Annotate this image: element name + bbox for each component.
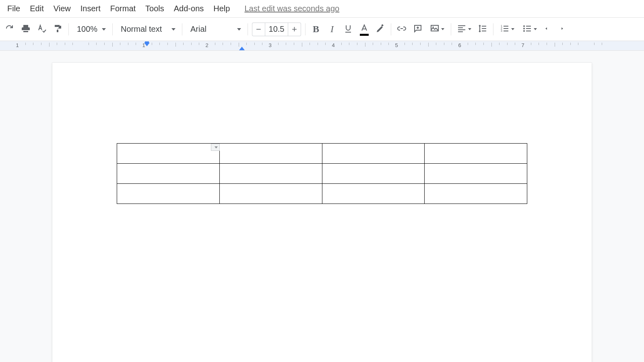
spellcheck-button[interactable]: [34, 21, 50, 37]
table-cell[interactable]: [425, 164, 527, 184]
menu-view[interactable]: View: [49, 2, 76, 16]
table-cell[interactable]: [219, 184, 322, 204]
ruler-tick: [175, 43, 176, 47]
font-size-decrease-button[interactable]: −: [252, 23, 265, 36]
menu-edit[interactable]: Edit: [25, 2, 48, 16]
ruler-tick: [57, 43, 57, 45]
ruler-number: 7: [521, 42, 524, 48]
table-cell[interactable]: [117, 184, 220, 204]
cell-options-button[interactable]: [211, 144, 220, 151]
font-size-increase-button[interactable]: +: [288, 23, 301, 36]
table-cell[interactable]: [322, 144, 425, 164]
ruler-tick: [436, 43, 436, 45]
ruler-tick: [578, 43, 578, 45]
menu-help[interactable]: Help: [208, 2, 235, 16]
line-spacing-button[interactable]: [475, 21, 491, 37]
zoom-select[interactable]: 100%: [71, 21, 110, 37]
ruler-tick: [562, 43, 563, 45]
table-cell[interactable]: [117, 144, 220, 164]
toolbar-separator: [451, 23, 451, 35]
paragraph-style-select[interactable]: Normal text: [115, 21, 180, 37]
table-cell[interactable]: [322, 164, 425, 184]
ruler-tick: [373, 43, 373, 45]
last-edit-status[interactable]: Last edit was seconds ago: [244, 4, 339, 13]
ruler-tick: [381, 43, 381, 45]
table-row: [117, 164, 527, 184]
table-cell[interactable]: [322, 184, 425, 204]
ruler-number: 1: [16, 42, 19, 48]
image-icon: [430, 24, 440, 35]
spellcheck-icon: [37, 24, 47, 35]
italic-icon: I: [330, 24, 334, 35]
ruler-tick: [96, 43, 97, 45]
italic-button[interactable]: I: [324, 21, 340, 37]
svg-point-7: [523, 30, 525, 32]
bold-button[interactable]: B: [308, 21, 324, 37]
table-cell[interactable]: [425, 184, 527, 204]
plus-icon: +: [292, 24, 297, 35]
ruler-tick: [507, 43, 508, 45]
ruler-number: 4: [332, 42, 334, 48]
ruler-tick: [539, 43, 539, 45]
document-page[interactable]: [52, 63, 592, 362]
ruler-tick: [104, 43, 105, 45]
ruler-tick: [428, 43, 429, 47]
increase-indent-button[interactable]: [557, 21, 573, 37]
align-button[interactable]: [454, 21, 475, 37]
numbered-list-icon: 123: [500, 24, 510, 35]
menu-addons[interactable]: Add-ons: [169, 2, 209, 16]
chevron-down-icon: [102, 28, 106, 31]
menu-tools[interactable]: Tools: [140, 2, 169, 16]
ruler-number: 2: [205, 42, 208, 48]
toolbar-separator: [68, 23, 69, 35]
ruler-tick: [41, 43, 41, 45]
text-color-button[interactable]: [356, 21, 372, 37]
text-color-swatch: [360, 34, 369, 36]
ruler-number: 6: [458, 42, 461, 48]
ruler-tick: [33, 43, 33, 45]
add-comment-button[interactable]: [410, 21, 426, 37]
ruler-tick: [325, 43, 326, 45]
print-icon: [21, 24, 31, 35]
print-button[interactable]: [18, 21, 34, 37]
menu-format[interactable]: Format: [105, 2, 140, 16]
table-row: [117, 184, 527, 204]
ruler-tick: [357, 43, 357, 45]
bulleted-list-button[interactable]: [518, 21, 541, 37]
ruler-tick: [475, 43, 476, 45]
svg-point-1: [433, 26, 434, 27]
ruler-tick: [183, 43, 184, 45]
font-size-input[interactable]: [265, 23, 288, 36]
underline-button[interactable]: [340, 21, 356, 37]
zoom-value: 100%: [77, 25, 97, 34]
paragraph-style-value: Normal text: [121, 25, 162, 34]
insert-image-button[interactable]: [426, 21, 448, 37]
menu-file[interactable]: File: [2, 2, 25, 16]
table-cell[interactable]: [219, 164, 322, 184]
redo-button[interactable]: [2, 21, 18, 37]
toolbar-separator: [305, 23, 305, 35]
first-line-indent-marker[interactable]: [144, 43, 150, 46]
font-family-select[interactable]: Arial: [185, 21, 245, 37]
ruler-tick: [412, 43, 413, 45]
table-cell[interactable]: [219, 144, 322, 164]
document-table[interactable]: [117, 143, 527, 204]
table-cell[interactable]: [425, 144, 527, 164]
horizontal-ruler[interactable]: 11234567: [0, 41, 644, 51]
ruler-tick: [65, 43, 65, 45]
ruler-tick: [365, 43, 365, 47]
numbered-list-button[interactable]: 123: [496, 21, 518, 37]
ruler-tick: [262, 43, 262, 45]
ruler-tick: [302, 43, 302, 47]
paint-format-button[interactable]: [50, 21, 66, 37]
highlight-color-button[interactable]: [372, 21, 388, 37]
toolbar-separator: [248, 23, 248, 35]
decrease-indent-button[interactable]: [541, 21, 557, 37]
table-cell[interactable]: [117, 164, 220, 184]
insert-link-button[interactable]: [394, 21, 410, 37]
left-indent-marker[interactable]: [239, 47, 245, 50]
ruler-tick: [318, 43, 318, 45]
menu-insert[interactable]: Insert: [76, 2, 105, 16]
ruler-tick: [349, 43, 349, 45]
chevron-down-icon: [215, 146, 218, 148]
